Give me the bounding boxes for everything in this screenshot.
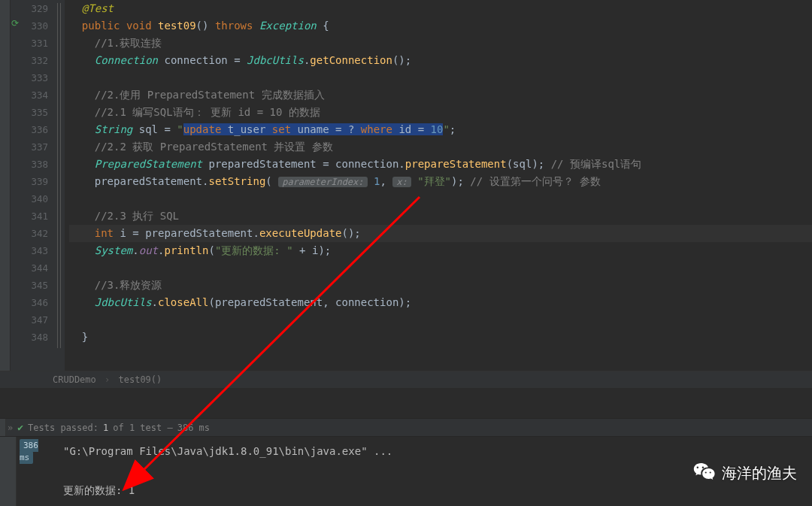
line-number[interactable]: 345 [23, 277, 48, 294]
code-line[interactable]: preparedStatement.setString( parameterIn… [69, 173, 812, 190]
code-line[interactable] [69, 190, 812, 208]
line-number[interactable]: 336 [23, 121, 48, 138]
line-number[interactable]: 337 [23, 138, 48, 156]
line-number[interactable]: 340 [23, 190, 48, 208]
tests-total-label: of 1 test – [113, 423, 172, 433]
line-number[interactable]: 343 [23, 242, 48, 259]
test-status-bar[interactable]: » ✔ Tests passed: 1 of 1 test – 386 ms [0, 418, 812, 437]
run-test-icon[interactable]: ⟳ [11, 18, 19, 29]
line-number[interactable]: 334 [23, 86, 48, 104]
tests-passed-label: Tests passed: [28, 423, 98, 433]
code-line[interactable]: Connection connection = JdbcUtils.getCon… [69, 52, 812, 69]
tests-time: 386 ms [177, 423, 210, 433]
line-number[interactable]: 330 [23, 17, 48, 35]
line-number[interactable]: 332 [23, 52, 48, 69]
line-number[interactable]: 338 [23, 156, 48, 173]
console-line: "G:\Program Files\Java\jdk1.8.0_91\bin\j… [63, 445, 392, 457]
time-tag: 386 ms [20, 439, 38, 464]
line-number-gutter[interactable]: 3293303313323333343353363373383393403413… [23, 0, 54, 371]
tool-strip[interactable] [0, 437, 17, 506]
line-number[interactable]: 335 [23, 104, 48, 121]
code-line[interactable]: PreparedStatement preparedStatement = co… [69, 156, 812, 173]
code-line[interactable]: JdbcUtils.closeAll(preparedStatement, co… [69, 294, 812, 311]
code-line[interactable]: String sql = "update t_user set uname = … [69, 121, 812, 138]
breadcrumb[interactable]: CRUDDemo › test09() [0, 371, 812, 388]
line-number[interactable]: 348 [23, 329, 48, 346]
chevron-right-icon: › [105, 374, 110, 385]
code-line[interactable]: //2.2 获取 PreparedStatement 并设置 参数 [69, 138, 812, 156]
code-line[interactable] [69, 259, 812, 277]
line-number[interactable]: 344 [23, 259, 48, 277]
code-line[interactable]: System.out.println("更新的数据: " + i); [69, 242, 812, 259]
line-number[interactable]: 329 [23, 0, 48, 17]
line-number[interactable]: 331 [23, 35, 48, 52]
breadcrumb-method[interactable]: test09() [119, 374, 162, 385]
code-line[interactable]: public void test09() throws Exception { [69, 17, 812, 35]
gutter-icons[interactable]: ⟳ [11, 0, 23, 371]
fold-guide [57, 3, 58, 348]
line-number[interactable]: 341 [23, 208, 48, 225]
line-number[interactable]: 342 [23, 225, 48, 242]
fold-gutter[interactable] [54, 0, 65, 371]
tests-passed-count: 1 [103, 423, 108, 433]
code-line[interactable]: //2.1 编写SQL语句： 更新 id = 10 的数据 [69, 104, 812, 121]
code-line[interactable] [69, 69, 812, 86]
fold-guide [60, 3, 61, 348]
code-line[interactable]: @Test [69, 0, 812, 17]
line-number[interactable]: 333 [23, 69, 48, 86]
tool-strip[interactable] [0, 419, 6, 436]
breadcrumb-class[interactable]: CRUDDemo [53, 374, 96, 385]
line-number[interactable]: 346 [23, 294, 48, 311]
line-number[interactable]: 347 [23, 311, 48, 329]
tool-strip[interactable] [0, 0, 11, 371]
code-line[interactable]: //1.获取连接 [69, 35, 812, 52]
code-line[interactable]: } [69, 329, 812, 346]
code-line[interactable]: //2.使用 PreparedStatement 完成数据插入 [69, 86, 812, 104]
code-line[interactable]: //3.释放资源 [69, 277, 812, 294]
check-icon: ✔ [17, 422, 23, 433]
line-number[interactable]: 339 [23, 173, 48, 190]
code-line[interactable]: int i = preparedStatement.executeUpdate(… [69, 225, 812, 242]
code-area[interactable]: @Test public void test09() throws Except… [65, 0, 812, 371]
editor-pane: ⟳ 32933033133233333433533633733833934034… [0, 0, 812, 371]
time-column: 386 ms [17, 437, 56, 506]
code-line[interactable]: //2.3 执行 SQL [69, 208, 812, 225]
chevron-icon[interactable]: » [8, 423, 13, 433]
console-pane: 386 ms "G:\Program Files\Java\jdk1.8.0_9… [0, 437, 812, 506]
spacer [0, 388, 812, 418]
console-output[interactable]: "G:\Program Files\Java\jdk1.8.0_91\bin\j… [56, 437, 812, 506]
console-line: 更新的数据: 1 [63, 484, 135, 496]
code-line[interactable] [69, 311, 812, 329]
